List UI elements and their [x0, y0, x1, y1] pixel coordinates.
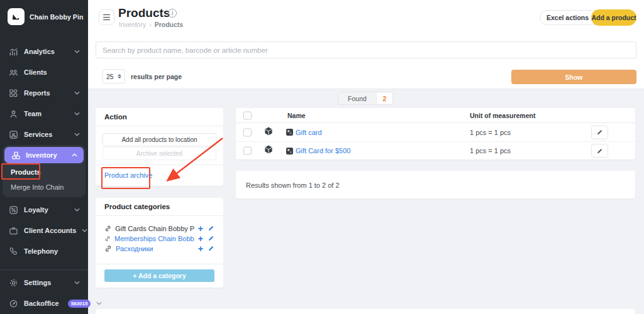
- select-arrows-icon: [118, 74, 121, 78]
- excel-actions-label: Excel actions: [547, 14, 589, 21]
- sidebar-item-backoffice[interactable]: Backoffice 583015: [0, 296, 88, 311]
- chevron-down-icon: [74, 50, 80, 53]
- row-checkbox[interactable]: [243, 128, 252, 136]
- add-product-button[interactable]: Add a product: [591, 9, 636, 26]
- sidebar-item-label: Services: [24, 131, 52, 138]
- target-icon: [8, 298, 18, 308]
- sidebar-item-label: Analytics: [24, 48, 55, 55]
- chevron-down-icon: [74, 208, 80, 212]
- sidebar-item-telephony[interactable]: Telephony: [0, 244, 88, 259]
- gift-card-mini-icon: [286, 129, 293, 136]
- sidebar-item-label: Loyalty: [24, 206, 48, 214]
- hamburger-icon: [103, 14, 110, 16]
- add-subcategory-icon[interactable]: +: [198, 234, 203, 243]
- category-link[interactable]: Memberships Chain Bobby Pin: [114, 235, 194, 242]
- show-button[interactable]: Show: [511, 70, 636, 84]
- edit-product-button[interactable]: [591, 126, 608, 139]
- sidebar-item-label: Team: [24, 110, 42, 117]
- add-category-button[interactable]: + Add a category: [104, 269, 214, 282]
- sidebar-subitem-merge-into-chain[interactable]: Merge Into Chain: [3, 181, 86, 193]
- sidebar-item-services[interactable]: Services: [0, 127, 88, 142]
- pencil-icon: [596, 129, 603, 136]
- app-screen: Chain Bobby Pin Analytics Clients Report…: [0, 0, 644, 314]
- table-header-row: Name Unit of measurement: [236, 108, 635, 123]
- breadcrumb-products: Products: [155, 21, 184, 28]
- category-link[interactable]: Gift Cards Chain Bobby Pin: [115, 225, 194, 232]
- product-link[interactable]: Gift card: [296, 129, 322, 136]
- archive-selected-button[interactable]: Archive selected: [103, 147, 216, 160]
- category-link[interactable]: Расходники: [116, 245, 153, 252]
- chevron-down-icon: [96, 301, 102, 305]
- breadcrumb-inventory[interactable]: Inventory: [119, 21, 146, 28]
- scissors-icon: [8, 129, 18, 139]
- chevron-down-icon: [74, 281, 80, 284]
- add-all-products-button[interactable]: Add all products to location: [103, 133, 216, 146]
- package-cube-icon: [264, 126, 274, 139]
- sidebar-item-analytics[interactable]: Analytics: [0, 44, 88, 59]
- found-count-badge: 2: [376, 92, 392, 104]
- pencil-icon[interactable]: [208, 235, 214, 242]
- sidebar-item-label: Telephony: [24, 247, 58, 255]
- sidebar-divider: [0, 269, 88, 270]
- divider: [96, 264, 223, 264]
- products-table: Name Unit of measurement Gift card 1 pcs…: [236, 108, 635, 160]
- link-icon: [104, 225, 111, 232]
- product-name-cell: Gift card: [286, 129, 322, 136]
- column-header-unit: Unit of measurement: [470, 112, 535, 119]
- sidebar: Chain Bobby Pin Analytics Clients Report…: [0, 0, 88, 314]
- product-link[interactable]: Gift Card for $500: [296, 147, 350, 154]
- action-panel: Action Add all products to location Arch…: [96, 108, 223, 186]
- bobby-pin-logo-icon: [8, 8, 25, 25]
- sidebar-item-inventory[interactable]: Inventory: [4, 147, 84, 163]
- sidebar-item-label: Reports: [24, 89, 50, 97]
- sidebar-item-team[interactable]: Team: [0, 106, 88, 121]
- package-cube-icon: [264, 144, 274, 157]
- link-icon: [104, 235, 111, 242]
- chevron-down-icon: [74, 133, 80, 136]
- sidebar-subitem-label: Merge Into Chain: [11, 183, 64, 191]
- footer-card-edge: [96, 309, 635, 314]
- sidebar-subitem-products[interactable]: Products: [3, 166, 86, 178]
- info-icon[interactable]: i: [168, 9, 177, 18]
- sidebar-item-label: Client Accounts: [24, 227, 76, 234]
- sidebar-item-label: Settings: [24, 279, 51, 286]
- add-subcategory-icon[interactable]: +: [198, 224, 203, 233]
- categories-title: Product categories: [96, 198, 223, 216]
- category-row: Gift Cards Chain Bobby Pin +: [104, 224, 214, 233]
- category-row: Расходники +: [104, 244, 214, 253]
- breadcrumb: Inventory › Products: [119, 21, 183, 28]
- product-archive-link[interactable]: Product archive: [104, 171, 152, 179]
- pencil-icon: [596, 148, 603, 154]
- row-checkbox[interactable]: [243, 147, 252, 155]
- unit-of-measurement: 1 pcs = 1 pcs: [470, 147, 511, 154]
- select-all-checkbox[interactable]: [243, 111, 252, 119]
- grid-icon: [8, 88, 18, 98]
- brand-name: Chain Bobby Pin: [30, 13, 84, 21]
- people-icon: [8, 67, 18, 77]
- found-tab[interactable]: Found 2: [338, 92, 393, 105]
- product-name-cell: Gift Card for $500: [286, 147, 350, 154]
- sidebar-item-clients[interactable]: Clients: [0, 65, 88, 80]
- sidebar-item-reports[interactable]: Reports: [0, 85, 88, 100]
- sidebar-item-label: Backoffice: [24, 300, 59, 307]
- brand-logo[interactable]: Chain Bobby Pin: [8, 8, 84, 25]
- results-summary-text: Results shown from 1 to 2 of 2: [246, 181, 340, 189]
- add-subcategory-icon[interactable]: +: [198, 244, 203, 253]
- product-categories-panel: Product categories Gift Cards Chain Bobb…: [96, 198, 223, 288]
- breadcrumb-separator: ›: [149, 21, 152, 28]
- table-row: Gift card 1 pcs = 1 pcs: [236, 123, 635, 141]
- sidebar-item-label: Clients: [24, 68, 47, 76]
- sidebar-item-label: Inventory: [26, 151, 57, 159]
- menu-toggle-button[interactable]: [99, 9, 114, 25]
- sidebar-item-settings[interactable]: Settings: [0, 275, 88, 290]
- edit-product-button[interactable]: [591, 144, 608, 158]
- search-input[interactable]: [96, 41, 636, 58]
- pencil-icon[interactable]: [208, 245, 214, 252]
- chevron-down-icon: [74, 91, 80, 95]
- pencil-icon[interactable]: [208, 225, 214, 232]
- sidebar-item-loyalty[interactable]: Loyalty: [0, 202, 88, 217]
- action-panel-title: Action: [96, 108, 223, 126]
- per-page-select[interactable]: 25: [103, 69, 125, 84]
- column-header-name: Name: [287, 112, 306, 119]
- sidebar-item-client-accounts[interactable]: Client Accounts: [0, 223, 88, 238]
